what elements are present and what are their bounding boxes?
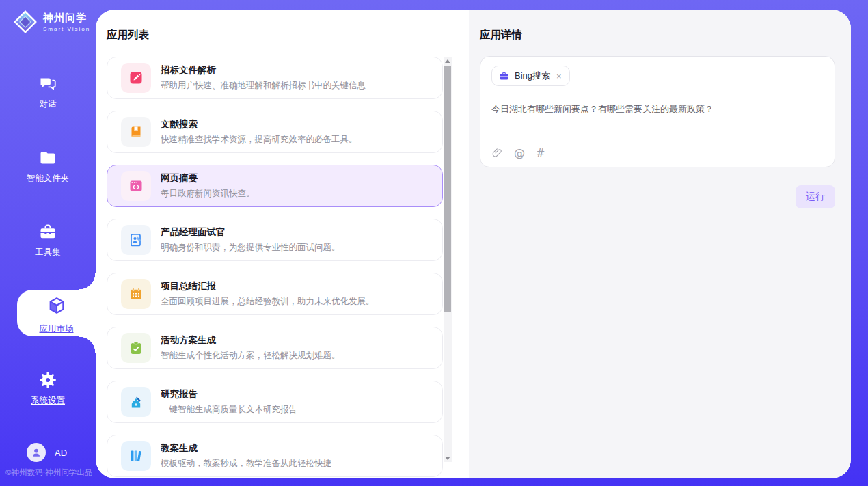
query-input-card[interactable]: Bing搜索 × 今日湖北有哪些新闻要点？有哪些需要关注的最新政策？ @ # [480,56,835,167]
sidebar-item-label: 应用市场 [17,323,96,335]
sidebar-item-app-market[interactable]: 应用市场 [17,290,96,336]
app-name: 教案生成 [161,442,331,455]
chat-icon [38,74,58,93]
app-card-research-report[interactable]: 研究报告 一键智能生成高质量长文本研究报告 [107,381,443,423]
gear-icon [38,370,58,390]
brand-logo: 神州问学 Smart Vision [12,9,90,35]
copyright-text: ©神州数码·神州问学出品 [5,467,92,478]
user-account[interactable]: AD [27,443,67,462]
briefcase-icon [499,71,509,81]
toolbox-icon [38,222,58,241]
sidebar-item-chat[interactable]: 对话 [0,74,96,110]
app-desc: 快速精准查找学术资源，提高研究效率的必备工具。 [161,134,357,146]
lesson-plan-books-icon [121,441,151,471]
scrollbar-up-arrow[interactable] [444,57,452,65]
sidebar-item-label: 对话 [0,98,96,110]
app-list-scrollbar[interactable] [444,57,452,462]
app-desc: 帮助用户快速、准确地理解和解析招标书中的关键信息 [161,80,366,92]
scrollbar-down-arrow[interactable] [444,454,452,462]
cube-icon [46,296,67,315]
tag-close-icon[interactable]: × [556,71,562,81]
tool-tag-bing-search[interactable]: Bing搜索 × [491,66,570,86]
mention-icon[interactable]: @ [514,146,525,159]
app-card-bid-doc-parse[interactable]: 招标文件解析 帮助用户快速、准确地理解和解析招标书中的关键信息 [107,57,443,99]
person-icon [31,447,42,458]
app-name: 活动方案生成 [161,334,340,347]
app-card-lesson-plan[interactable]: 教案生成 模板驱动，教案秒成，教学准备从此轻松快捷 [107,435,443,477]
activity-plan-icon [121,333,151,363]
app-detail-pane: 应用详情 Bing搜索 × 今日湖北有哪些新闻要点？有哪些需要关注的最新政策？ … [469,10,851,478]
attachment-toolbar: @ # [491,146,545,159]
sidebar-item-label: 智能文件夹 [0,173,96,185]
app-list-title: 应用列表 [107,28,149,42]
app-name: 研究报告 [161,388,297,401]
app-desc: 模板驱动，教案秒成，教学准备从此轻松快捷 [161,458,331,470]
app-desc: 一键智能生成高质量长文本研究报告 [161,404,297,416]
content-panel: 应用列表 招标文件解析 帮助用户快速、准确地理解和解析招标书中的关键信息 [96,10,851,478]
app-name: 项目总结汇报 [161,280,375,293]
app-name: 招标文件解析 [161,64,366,77]
app-card-literature-search[interactable]: 文献搜索 快速精准查找学术资源，提高研究效率的必备工具。 [107,111,443,153]
query-text[interactable]: 今日湖北有哪些新闻要点？有哪些需要关注的最新政策？ [491,103,824,116]
app-cards: 招标文件解析 帮助用户快速、准确地理解和解析招标书中的关键信息 文献搜索 快速精… [107,57,443,478]
scrollbar-thumb[interactable] [444,66,451,312]
tool-tag-label: Bing搜索 [515,70,550,82]
app-card-pm-interviewer[interactable]: 产品经理面试官 明确身份和职责，为您提供专业性的面试问题。 [107,219,443,261]
sidebar-item-settings[interactable]: 系统设置 [0,370,96,407]
sidebar-item-smart-folder[interactable]: 智能文件夹 [0,148,96,185]
sidebar-item-label: 系统设置 [0,395,96,407]
project-report-calendar-icon [121,279,151,309]
app-desc: 全面回顾项目进展，总结经验教训，助力未来优化发展。 [161,296,375,308]
diamond-logo-icon [12,9,38,35]
app-card-project-summary[interactable]: 项目总结汇报 全面回顾项目进展，总结经验教训，助力未来优化发展。 [107,273,443,315]
app-desc: 每日政府新闻资讯快查。 [161,188,255,200]
paperclip-icon[interactable] [491,147,503,159]
research-report-icon [121,387,151,417]
app-detail-title: 应用详情 [480,28,522,42]
hashtag-icon[interactable]: # [536,146,545,159]
app-name: 网页摘要 [161,172,255,185]
bid-doc-pen-icon [121,63,151,93]
sidebar-item-toolset[interactable]: 工具集 [0,222,96,258]
user-initials: AD [55,448,67,458]
sidebar: 神州问学 Smart Vision 对话 智能文件夹 工具集 应用市场 [0,0,96,486]
app-name: 产品经理面试官 [161,226,340,239]
app-name: 文献搜索 [161,118,357,131]
sidebar-item-label: 工具集 [0,247,96,258]
webpage-summary-icon [121,171,151,201]
run-button[interactable]: 运行 [796,185,835,208]
app-card-webpage-summary[interactable]: 网页摘要 每日政府新闻资讯快查。 [107,165,443,207]
folder-icon [38,148,58,167]
brand-tagline: Smart Vision [43,26,90,32]
app-list-pane: 应用列表 招标文件解析 帮助用户快速、准确地理解和解析招标书中的关键信息 [96,10,469,478]
brand-name: 神州问学 [43,12,90,25]
avatar [27,443,46,462]
app-desc: 明确身份和职责，为您提供专业性的面试问题。 [161,242,340,254]
app-card-activity-plan[interactable]: 活动方案生成 智能生成个性化活动方案，轻松解决规划难题。 [107,327,443,369]
app-desc: 智能生成个性化活动方案，轻松解决规划难题。 [161,350,340,362]
pm-interview-icon [121,225,151,255]
literature-book-icon [121,117,151,147]
